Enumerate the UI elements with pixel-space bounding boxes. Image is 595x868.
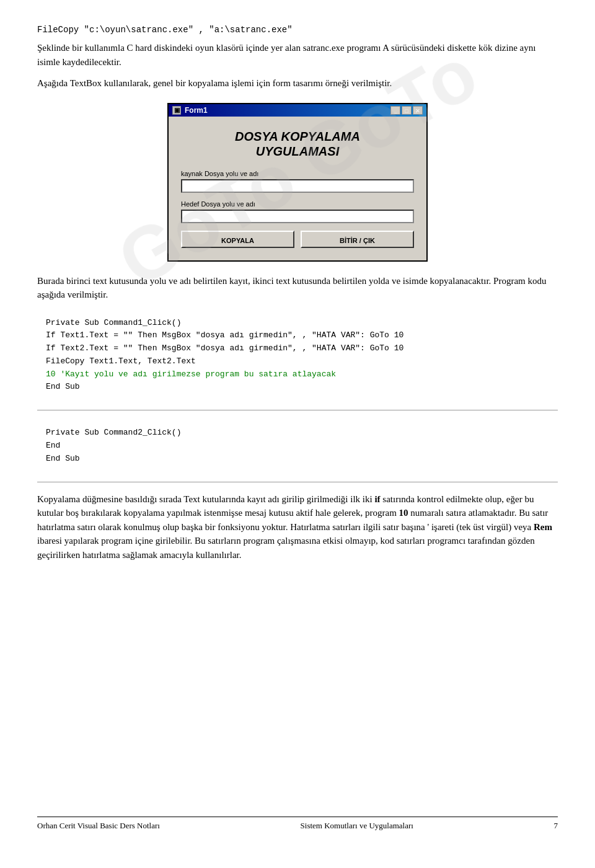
form-titlebar-buttons: _ □ ✕ xyxy=(390,106,423,115)
source-label: kaynak Dosya yolu ve adı xyxy=(181,170,414,177)
dest-label: Hedef Dosya yolu ve adı xyxy=(181,200,414,208)
form-title-label: Form1 xyxy=(185,106,208,115)
form-window: ▣ Form1 _ □ ✕ DOSYA KOPYALAMA UYGULAMASI… xyxy=(167,103,428,262)
form-titlebar: ▣ Form1 _ □ ✕ xyxy=(169,104,426,117)
code-line-8: End xyxy=(46,440,549,453)
footer: Orhan Cerit Visual Basic Ders Notları Si… xyxy=(37,817,558,831)
code-line-2: If Text1.Text = "" Then MsgBox "dosya ad… xyxy=(46,329,549,342)
paragraph-4: Kopyalama düğmesine basıldığı sırada Tex… xyxy=(37,492,558,562)
form-buttons: KOPYALA BİTİR / ÇIK xyxy=(181,231,414,248)
form-titlebar-left: ▣ Form1 xyxy=(172,106,208,115)
footer-right: 7 xyxy=(554,821,558,831)
code-line-3: If Text2.Text = "" Then MsgBox "dosya ad… xyxy=(46,342,549,355)
copy-button[interactable]: KOPYALA xyxy=(181,231,294,248)
close-button[interactable]: ✕ xyxy=(413,106,423,115)
paragraph-1: Şeklinde bir kullanımla C hard diskindek… xyxy=(37,41,558,69)
source-input[interactable] xyxy=(181,179,414,193)
para4-text4: ibaresi yapılarak program içine girilebi… xyxy=(37,536,535,560)
para4-text1: Kopyalama düğmesine basıldığı sırada Tex… xyxy=(37,494,374,504)
para4-rem: Rem xyxy=(534,522,552,532)
code-line-4: FileCopy Text1.Text, Text2.Text xyxy=(46,355,549,368)
code-block-2: Private Sub Command2_Click() End End Sub xyxy=(37,420,558,471)
maximize-button[interactable]: □ xyxy=(402,106,412,115)
footer-left: Orhan Cerit Visual Basic Ders Notları xyxy=(37,821,160,831)
code-line-7: Private Sub Command2_Click() xyxy=(46,427,549,440)
form-icon: ▣ xyxy=(172,106,181,115)
header-code-line: FileCopy "c:\oyun\satranc.exe" , "a:\sat… xyxy=(37,25,558,35)
form-display-title: DOSYA KOPYALAMA UYGULAMASI xyxy=(181,129,414,159)
code-line-6: End Sub xyxy=(46,381,549,394)
form-title-line1: DOSYA KOPYALAMA xyxy=(235,130,360,143)
minimize-button[interactable]: _ xyxy=(390,106,400,115)
para4-10: 10 xyxy=(399,508,408,518)
para4-if: if xyxy=(374,494,380,504)
code-line-5: 10 'Kayıt yolu ve adı girilmezse program… xyxy=(46,368,549,381)
footer-center: Sistem Komutları ve Uygulamaları xyxy=(301,821,413,831)
paragraph-2: Aşağıda TextBox kullanılarak, genel bir … xyxy=(37,76,558,91)
code-block-1: Private Sub Command1_Click() If Text1.Te… xyxy=(37,311,558,401)
paragraph-3: Burada birinci text kutusunda yolu ve ad… xyxy=(37,274,558,302)
code-line-9: End Sub xyxy=(46,453,549,466)
exit-button[interactable]: BİTİR / ÇIK xyxy=(301,231,414,248)
form-title-line2: UYGULAMASI xyxy=(256,144,339,158)
code-line-1: Private Sub Command1_Click() xyxy=(46,317,549,330)
section-divider-1 xyxy=(37,410,558,410)
section-divider-2 xyxy=(37,482,558,482)
form-body: DOSYA KOPYALAMA UYGULAMASI kaynak Dosya … xyxy=(169,117,426,260)
dest-input[interactable] xyxy=(181,210,414,223)
